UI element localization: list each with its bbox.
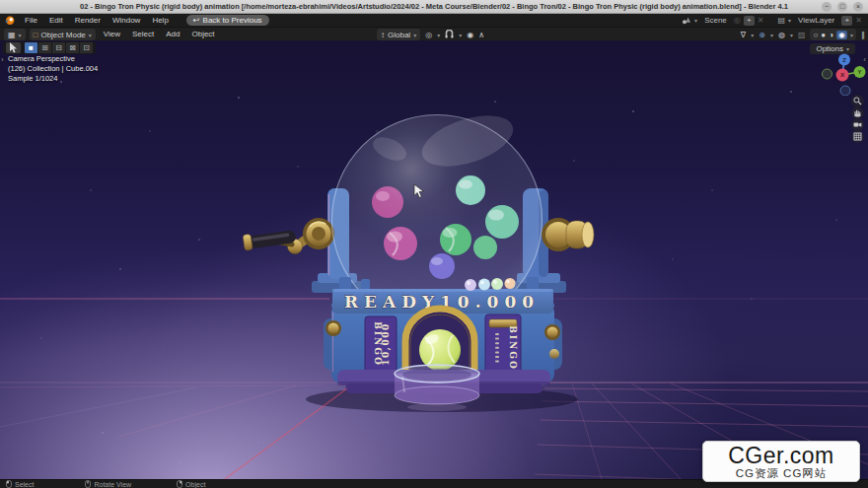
bingo-machine: READY10.000 BINGO 10,000 xyxy=(243,105,594,411)
scene-dropdown-icon[interactable]: ▾ xyxy=(694,17,697,24)
watermark-title: CGer.com xyxy=(728,444,834,467)
gizmos-icon[interactable]: ⊕ xyxy=(759,31,765,39)
viewport-canvas[interactable]: READY10.000 BINGO 10,000 xyxy=(0,40,868,479)
select-mode-intersect-button[interactable]: ⊡ xyxy=(80,42,93,53)
shading-solid-icon[interactable]: ● xyxy=(821,31,826,39)
viewport-info-overlay: Camera Perspective (126) Collection | Cu… xyxy=(8,54,98,84)
shading-material-icon[interactable]: ◑ xyxy=(829,31,833,39)
menu-file[interactable]: File xyxy=(19,14,43,27)
watermark-subtitle: CG资源 CG网站 xyxy=(736,467,828,480)
active-object: (126) Collection | Cube.004 xyxy=(8,64,98,74)
back-to-previous-button[interactable]: ↩ Back to Previous xyxy=(186,15,269,26)
back-arrow-icon: ↩ xyxy=(193,16,200,25)
shading-rendered-icon[interactable]: ◉ xyxy=(836,31,847,39)
shading-wireframe-icon[interactable]: ○ xyxy=(813,31,818,39)
right-mouse-icon xyxy=(177,480,182,488)
mode-dropdown[interactable]: □ Object Mode ▾ xyxy=(30,29,96,40)
falloff-icon[interactable]: ∧ xyxy=(478,31,484,39)
panel-right: BINGO xyxy=(485,314,521,374)
orientation-icon: ↕ xyxy=(381,31,385,39)
tool-settings-bar: ■ ⊞ ⊟ ⊠ ⊡ xyxy=(3,41,96,54)
editor-type-button[interactable]: ▦ ▾ xyxy=(4,29,26,40)
blender-logo-icon xyxy=(4,15,15,26)
machine-body: READY10.000 BINGO 10,000 xyxy=(324,277,562,411)
menu-window[interactable]: Window xyxy=(107,14,146,27)
view-layer-name[interactable]: ViewLayer xyxy=(798,16,834,25)
view-layer-dropdown-icon[interactable]: ▾ xyxy=(788,17,791,24)
gizmo-x-label: X xyxy=(840,72,844,78)
window-title: 02 - Bingo Tron Physic (rigid body) anim… xyxy=(80,2,788,11)
minimize-button[interactable]: − xyxy=(822,2,832,12)
menu-render[interactable]: Render xyxy=(69,14,107,27)
proportional-editing-icon[interactable]: ◉ xyxy=(467,31,473,39)
toolbar-toggle-arrow[interactable]: › xyxy=(1,55,4,64)
navigation-gizmo[interactable]: Z Y X xyxy=(822,50,867,96)
scene-icon xyxy=(682,16,691,25)
cursor-tool-icon xyxy=(10,42,18,53)
unlink-scene-icon[interactable]: ✕ xyxy=(758,16,764,25)
menu-help[interactable]: Help xyxy=(146,14,174,27)
keymap-hint: Rotate View xyxy=(85,480,131,488)
top-bar: File Edit Render Window Help ↩ Back to P… xyxy=(0,14,868,27)
select-mode-extend-button[interactable]: ⊞ xyxy=(38,42,51,53)
select-box-tool-button[interactable] xyxy=(6,42,21,53)
snap-magnet-icon[interactable] xyxy=(445,30,454,39)
render-samples: Sample 1/1024 xyxy=(8,74,98,84)
overlays-icon[interactable]: ◍ xyxy=(778,31,785,39)
gizmo-z-label: Z xyxy=(842,57,846,63)
keymap-hint: Select xyxy=(6,480,34,488)
menu-view[interactable]: View xyxy=(100,28,124,41)
new-scene-button[interactable]: + xyxy=(744,16,755,26)
pin-icon[interactable]: ◎ xyxy=(734,16,741,25)
gizmo-y-label: Y xyxy=(857,69,861,75)
view-name: Camera Perspective xyxy=(8,54,98,64)
blender-window: { "window": { "title": "02 - Bingo Tron … xyxy=(0,0,868,488)
keymap-hint: Object xyxy=(177,480,205,488)
pivot-point-icon[interactable]: ◎ xyxy=(425,31,432,39)
new-view-layer-button[interactable]: + xyxy=(841,16,852,26)
menu-select[interactable]: Select xyxy=(128,28,158,41)
editor-3d-viewport-icon: ▦ xyxy=(8,31,16,39)
transform-orientation-dropdown[interactable]: ↕ Global ▾ xyxy=(377,29,420,40)
grid-red-line xyxy=(225,388,347,479)
snap-with-dropdown-icon[interactable]: ▾ xyxy=(459,32,462,38)
xray-toggle-icon[interactable]: ▨ xyxy=(798,31,806,39)
maximize-button[interactable]: □ xyxy=(837,2,847,12)
panel-right-word: BINGO xyxy=(508,325,518,371)
window-titlebar: 02 - Bingo Tron Physic (rigid body) anim… xyxy=(0,0,868,14)
panel-left: BINGO 10,000 xyxy=(365,316,397,374)
middle-mouse-icon xyxy=(85,480,91,488)
rendered-scene: READY10.000 BINGO 10,000 xyxy=(0,40,868,479)
object-type-visibility-icon[interactable]: ∇ xyxy=(741,31,746,39)
scene-name[interactable]: Scene xyxy=(704,16,727,25)
view-layer-icon: ▤ xyxy=(778,16,786,25)
perspective-toggle-button[interactable] xyxy=(851,130,864,143)
left-mouse-icon xyxy=(6,480,12,488)
select-mode-subtract-button[interactable]: ⊟ xyxy=(52,42,65,53)
panel-left-number: 10,000 xyxy=(381,322,392,365)
close-button[interactable]: × xyxy=(853,2,863,12)
menu-edit[interactable]: Edit xyxy=(43,14,69,27)
watermark: CGer.com CG资源 CG网站 xyxy=(702,441,860,482)
viewport-header: ▦ ▾ □ Object Mode ▾ View Select Add Obje… xyxy=(0,27,868,40)
select-mode-set-button[interactable]: ■ xyxy=(25,42,37,53)
shading-mode-group: ○ ● ◑ ◉ ▾ xyxy=(810,29,856,40)
shading-dropdown-icon[interactable]: ▾ xyxy=(850,32,853,38)
select-mode-invert-button[interactable]: ⊠ xyxy=(66,42,79,53)
pause-render-button[interactable]: ∥ xyxy=(861,31,865,39)
menu-object[interactable]: Object xyxy=(187,28,218,41)
object-mode-icon: □ xyxy=(34,31,38,39)
menu-add[interactable]: Add xyxy=(162,28,183,41)
remove-view-layer-icon[interactable]: ✕ xyxy=(855,16,862,25)
